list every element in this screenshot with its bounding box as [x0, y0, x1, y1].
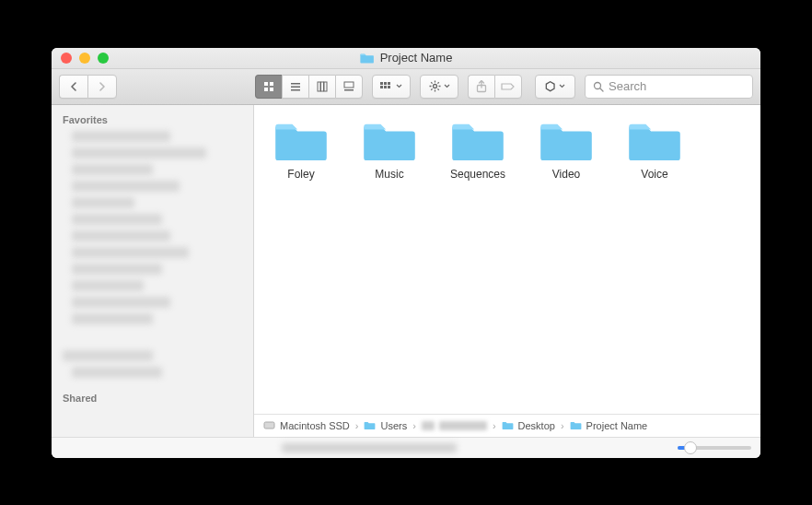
folder-item[interactable]: Sequences — [440, 120, 516, 181]
arrange-button[interactable] — [372, 75, 411, 99]
folder-item[interactable]: Video — [528, 120, 604, 181]
list-icon — [290, 81, 301, 92]
action-group — [420, 75, 458, 99]
status-bar — [52, 437, 760, 458]
svg-rect-1 — [270, 82, 273, 86]
share-icon — [476, 80, 487, 93]
svg-rect-13 — [384, 82, 387, 85]
svg-rect-11 — [344, 89, 354, 91]
action-button[interactable] — [420, 75, 458, 99]
svg-rect-6 — [291, 89, 300, 91]
slider-knob[interactable] — [684, 441, 697, 454]
nav-back-forward — [59, 75, 117, 99]
folder-label: Sequences — [450, 168, 505, 181]
arrange-group — [372, 75, 411, 99]
svg-line-25 — [431, 88, 432, 89]
svg-rect-2 — [264, 88, 268, 91]
window-title: Project Name — [360, 51, 453, 65]
toolbar: ⬡ Search — [52, 69, 760, 105]
status-text — [61, 443, 678, 452]
folder-icon — [273, 120, 330, 162]
svg-line-26 — [437, 82, 438, 83]
folder-item[interactable]: Music — [352, 120, 427, 181]
share-group — [468, 75, 522, 99]
search-placeholder: Search — [609, 79, 646, 93]
folder-label: Foley — [287, 168, 314, 181]
finder-window: Project Name — [52, 48, 760, 458]
svg-rect-9 — [324, 82, 327, 91]
svg-line-29 — [600, 88, 603, 91]
zoom-button[interactable] — [98, 53, 109, 64]
forward-button[interactable] — [87, 75, 117, 99]
svg-rect-14 — [388, 82, 390, 85]
folder-label: Music — [375, 168, 403, 181]
path-crumb-disk[interactable]: Macintosh SSD — [263, 419, 350, 431]
chevron-down-icon — [559, 84, 565, 88]
svg-point-28 — [595, 82, 601, 88]
coverflow-icon — [343, 81, 354, 92]
folder-icon — [449, 120, 506, 162]
search-icon — [593, 81, 604, 92]
folder-item[interactable]: Foley — [263, 120, 339, 181]
path-crumb-current[interactable]: Project Name — [570, 420, 648, 431]
view-list-button[interactable] — [282, 75, 308, 99]
back-button[interactable] — [59, 75, 87, 99]
dropbox-group: ⬡ — [535, 75, 575, 99]
view-icon-button[interactable] — [255, 75, 282, 99]
view-mode-group — [255, 75, 363, 99]
svg-rect-8 — [321, 82, 324, 91]
chevron-right-icon: › — [559, 420, 566, 431]
content-area: Favorites Shared Foley — [52, 105, 760, 437]
sidebar-heading-favorites: Favorites — [63, 114, 242, 125]
svg-rect-10 — [344, 82, 354, 88]
chevron-left-icon — [69, 82, 78, 91]
folder-icon — [502, 420, 514, 430]
folder-icon — [360, 52, 375, 65]
grid-icon — [263, 81, 274, 92]
columns-icon — [317, 81, 328, 92]
titlebar[interactable]: Project Name — [52, 48, 760, 69]
share-button[interactable] — [468, 75, 494, 99]
window-title-text: Project Name — [380, 51, 453, 65]
svg-rect-30 — [264, 422, 274, 429]
chevron-down-icon — [396, 84, 402, 88]
window-controls — [52, 53, 109, 64]
gear-icon — [429, 80, 441, 92]
folder-item[interactable]: Voice — [617, 120, 692, 181]
folder-icon — [570, 420, 582, 430]
main-area: Foley Music Sequences Video Voice — [254, 105, 760, 437]
chevron-down-icon — [444, 84, 450, 88]
sidebar-heading-shared: Shared — [63, 393, 242, 404]
chevron-right-icon — [98, 82, 107, 91]
tags-button[interactable] — [494, 75, 522, 99]
dropbox-icon: ⬡ — [545, 79, 555, 93]
path-crumb-user[interactable] — [422, 421, 487, 430]
view-column-button[interactable] — [308, 75, 335, 99]
folder-icon — [538, 120, 595, 162]
svg-rect-0 — [264, 82, 268, 86]
close-button[interactable] — [61, 53, 72, 64]
search-input[interactable]: Search — [585, 75, 753, 99]
folder-label: Voice — [641, 168, 667, 181]
view-gallery-button[interactable] — [335, 75, 363, 99]
icon-size-slider[interactable] — [678, 446, 751, 450]
svg-line-24 — [437, 88, 438, 89]
chevron-right-icon: › — [354, 420, 361, 431]
path-bar: Macintosh SSD › Users › › Desktop › — [254, 414, 760, 437]
minimize-button[interactable] — [79, 53, 90, 64]
svg-rect-12 — [380, 82, 383, 85]
path-crumb-desktop[interactable]: Desktop — [502, 420, 555, 431]
svg-rect-17 — [388, 86, 390, 88]
dropbox-button[interactable]: ⬡ — [535, 75, 575, 99]
disk-icon — [263, 419, 275, 431]
arrange-icon — [380, 82, 393, 91]
icon-grid[interactable]: Foley Music Sequences Video Voice — [254, 105, 760, 414]
chevron-right-icon: › — [411, 420, 418, 431]
folder-icon — [626, 120, 683, 162]
svg-rect-5 — [291, 86, 300, 88]
svg-point-18 — [433, 85, 436, 88]
tag-icon — [501, 82, 516, 91]
svg-rect-15 — [380, 86, 383, 88]
path-crumb-users[interactable]: Users — [364, 420, 407, 431]
folder-icon — [361, 120, 418, 162]
